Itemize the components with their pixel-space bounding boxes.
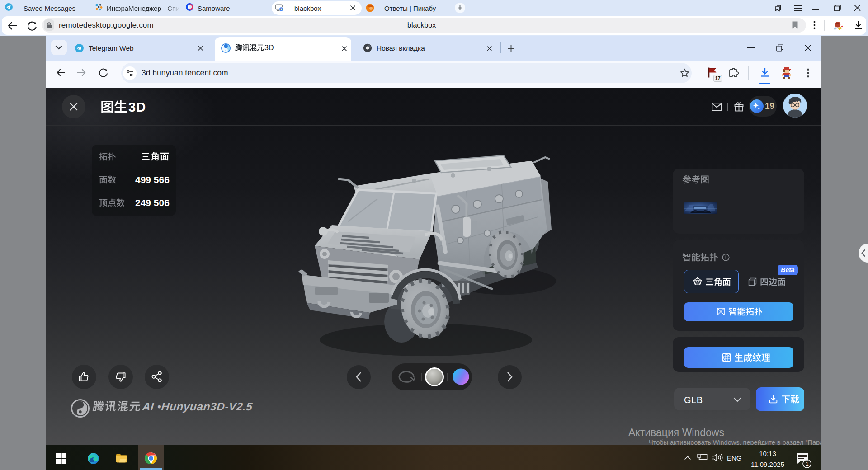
svg-text:1: 1 <box>805 461 808 467</box>
